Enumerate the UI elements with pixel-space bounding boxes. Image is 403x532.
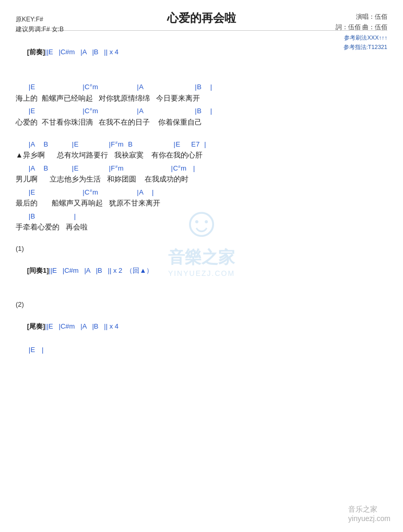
verse1-lyric2: 心爱的 不甘看你珠泪滴 在我不在的日子 你着保重自己 bbox=[16, 116, 387, 128]
intro-section: [前奏]||E |C#m |A |B || x 4 bbox=[16, 34, 387, 70]
verse2-chord1: |A B |E |F#m B |E E7 | bbox=[16, 139, 387, 150]
intro-label: [前奏] bbox=[27, 48, 45, 56]
ref1: 参考刷法XXX↑↑↑ bbox=[336, 33, 387, 43]
outro-chord2: |E | bbox=[16, 345, 387, 355]
marker1: (1) bbox=[16, 245, 387, 252]
verse2-chord3: |E |C#m |A | bbox=[16, 187, 387, 198]
key-info: 原KEY:F# bbox=[16, 15, 64, 25]
divider-top bbox=[16, 30, 387, 31]
verse2-section: |A B |E |F#m B |E E7 | ▲异乡啊 总有坎坷路要行 我袂寂寞… bbox=[16, 139, 387, 233]
meta-left: 原KEY:F# 建议男调:F# 女:B bbox=[16, 15, 64, 34]
verse2-lyric2: 男儿啊 立志他乡为生活 和妳团圆 在我成功的时 bbox=[16, 173, 387, 185]
verse1-section: |E |C#m |A |B | 海上的 船螺声已经响起 对你犹原情绵绵 今日要来… bbox=[16, 82, 387, 128]
verse2-lyric4: 手牵着心爱的 再会啦 bbox=[16, 221, 387, 233]
marker2: (2) bbox=[16, 300, 387, 308]
verse1-lyric1: 海上的 船螺声已经响起 对你犹原情绵绵 今日要来离开 bbox=[16, 92, 387, 104]
outro-section: [尾奏]||E |C#m |A |B || x 4 |E | bbox=[16, 308, 387, 355]
credits: 詞：伍佰 曲：伍佰 bbox=[336, 22, 387, 32]
verse1-chord1: |E |C#m |A |B | bbox=[16, 82, 387, 92]
outro-label: [尾奏] bbox=[27, 322, 45, 330]
intro-line: [前奏]||E |C#m |A |B || x 4 bbox=[16, 34, 387, 70]
outro-chords: ||E |C#m |A |B || x 4 bbox=[45, 322, 118, 330]
verse2-chord2: |A B |E |F#m |C#m | bbox=[16, 163, 387, 174]
verse1-chord2: |E |C#m |A |B | bbox=[16, 106, 387, 116]
verse2-chord4: |B | bbox=[16, 211, 387, 222]
interlude-chords: ||E |C#m |A |B || x 2 （回▲） bbox=[49, 267, 153, 274]
ref2: 参考指法:T12321 bbox=[336, 42, 387, 52]
singer-label: 演唱： bbox=[356, 13, 375, 20]
intro-chords: ||E |C#m |A |B || x 4 bbox=[45, 48, 118, 56]
verse2-lyric1: ▲异乡啊 总有坎坷路要行 我袂寂寞 有你在我的心肝 bbox=[16, 149, 387, 161]
interlude-line: [间奏1]||E |C#m |A |B || x 2 （回▲） bbox=[16, 252, 387, 289]
outro-line: [尾奏]||E |C#m |A |B || x 4 bbox=[16, 308, 387, 345]
page: 原KEY:F# 建议男调:F# 女:B 心爱的再会啦 演唱：伍佰 詞：伍佰 曲：… bbox=[0, 0, 403, 532]
verse2-lyric3: 最后的 船螺声又再响起 犹原不甘来离开 bbox=[16, 197, 387, 209]
singer-name: 伍佰 bbox=[375, 13, 387, 20]
interlude-section: [间奏1]||E |C#m |A |B || x 2 （回▲） bbox=[16, 252, 387, 289]
meta-right: 演唱：伍佰 詞：伍佰 曲：伍佰 参考刷法XXX↑↑↑ 参考指法:T12321 bbox=[336, 11, 387, 52]
song-title: 心爱的再会啦 bbox=[16, 10, 387, 26]
singer-info: 演唱：伍佰 bbox=[336, 11, 387, 22]
bottom-brand: 音乐之家yinyuezj.com bbox=[348, 505, 390, 523]
suggest-info: 建议男调:F# 女:B bbox=[16, 25, 64, 34]
interlude-label: [间奏1] bbox=[27, 267, 49, 274]
